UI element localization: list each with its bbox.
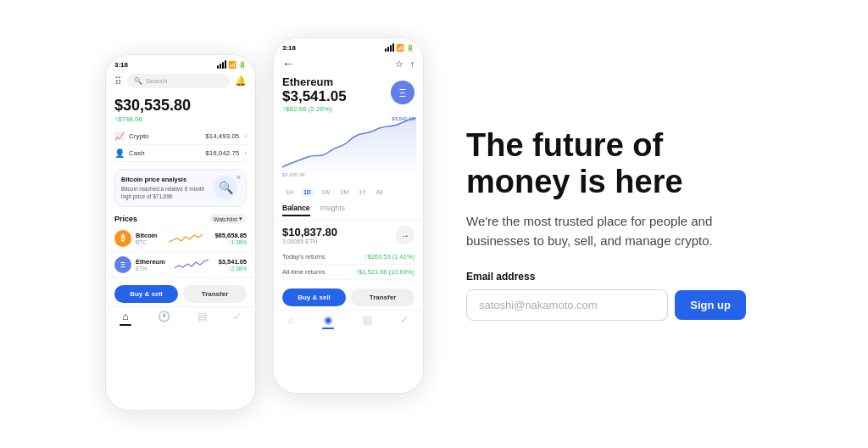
battery-icon: 🔋 (238, 61, 247, 69)
balance-tabs: Balance Insights (274, 200, 423, 221)
phone1-action-buttons: Buy & sell Transfer (106, 278, 255, 306)
chevron-icon-crypto: › (244, 132, 247, 140)
tab-all[interactable]: All (373, 188, 387, 197)
ethereum-row[interactable]: Ξ Ethereum ETH $3,541.05 ↑2.38% (106, 252, 255, 278)
cash-amount: $16,042.75 (205, 149, 239, 157)
tab-1h[interactable]: 1H (282, 188, 297, 197)
search-bar[interactable]: 🔍 Search (127, 74, 230, 88)
transfer-button-1[interactable]: Transfer (183, 285, 247, 303)
time-1: 3:18 (114, 61, 128, 69)
todays-returns-value: ↑$263.53 (1.41%) (364, 253, 415, 260)
crypto-amount: $14,493.05 (205, 132, 239, 140)
email-input[interactable] (466, 289, 668, 321)
bell-icon[interactable]: 🔔 (235, 76, 247, 87)
tab-1m[interactable]: 1M (337, 188, 352, 197)
ethereum-sparkline (175, 258, 209, 272)
bitcoin-row[interactable]: ₿ Bitcoin BTC $65,658.85 ↑1.38% (106, 226, 255, 252)
ethereum-name: Ethereum (136, 258, 165, 266)
email-label: Email address (466, 271, 746, 283)
ethereum-symbol: ETH (136, 266, 165, 272)
watchlist-label: Watchlist (214, 216, 237, 222)
returns-section: Today's returns ↑$263.53 (1.41%) All-tim… (274, 248, 423, 282)
asset-crypto[interactable]: 📈 Crypto $14,493.05 › (114, 128, 247, 145)
nav-home-1[interactable]: ⌂ (120, 311, 131, 326)
todays-returns-row: Today's returns ↑$263.53 (1.41%) (282, 249, 415, 265)
alltime-returns-row: All-time returns ↑$1,521.66 (10.63%) (282, 265, 415, 280)
home-icon: ⌂ (122, 311, 128, 322)
analysis-text: Bitcoin reached a relative 6 month high … (121, 185, 214, 200)
todays-returns-label: Today's returns (282, 253, 326, 260)
ethereum-price: $3,541.05 (219, 258, 247, 266)
alltime-returns-value: ↑$1,521.66 (10.63%) (355, 268, 415, 276)
portfolio-amount: $10,837.80 (282, 226, 337, 238)
prices-header: Prices Watchlist ▾ (106, 210, 255, 226)
tab-1w[interactable]: 1W (318, 188, 334, 197)
tab-balance[interactable]: Balance (282, 204, 310, 216)
phone2-action-buttons: Buy & sell Transfer (274, 282, 423, 310)
battery-icon-2: 🔋 (406, 44, 415, 52)
tab-1d[interactable]: 1D (300, 188, 314, 197)
nav-home-2[interactable]: ⌂ (288, 314, 294, 329)
wifi-icon-2: 📶 (396, 44, 404, 52)
home-icon-2: ⌂ (288, 314, 294, 326)
phone1-balance: $30,535.80 ↑$748.06 (106, 92, 255, 125)
balance-change: ↑$748.06 (114, 115, 247, 123)
wifi-icon: 📶 (228, 61, 236, 69)
bitcoin-sparkline (169, 232, 203, 245)
status-bar-1: 3:18 📶 🔋 (106, 55, 255, 70)
signup-button[interactable]: Sign up (675, 290, 746, 320)
status-bar-2: 3:18 📶 🔋 (274, 38, 423, 53)
magnifier-icon: 🔍 (214, 176, 237, 199)
grid-icon[interactable]: ⠿ (114, 76, 122, 87)
total-balance: $30,535.80 (114, 97, 247, 115)
coin-change: ↑$82.66 (2.26%) (282, 105, 415, 113)
ethereum-avatar: Ξ (114, 256, 131, 273)
time-tabs: 1H 1D 1W 1M 1Y All (274, 184, 423, 200)
chart-high-label: $3,541.05 (392, 116, 415, 121)
back-button[interactable]: ← (282, 57, 294, 70)
chart-icon-2: ◉ (324, 314, 332, 326)
nav-history-1[interactable]: 🕐 (158, 311, 170, 326)
phone-mockup-1: 3:18 📶 🔋 ⠿ 🔍 Search (105, 54, 256, 411)
bitcoin-change: ↑1.38% (214, 239, 247, 245)
phone2-header: ← ☆ ↑ (274, 53, 423, 76)
prices-label: Prices (114, 215, 137, 223)
crypto-icon: 📈 (114, 132, 125, 141)
alltime-returns-label: All-time returns (282, 268, 325, 276)
portfolio-icon-2: ▤ (363, 314, 372, 326)
ethereum-change: ↑2.38% (219, 266, 247, 272)
star-icon[interactable]: ☆ (395, 59, 403, 70)
tab-1y[interactable]: 1Y (355, 188, 370, 197)
cash-icon: 👤 (114, 148, 125, 158)
phone-mockup-2: 3:18 📶 🔋 ← ☆ ↑ (273, 37, 424, 394)
nav-chart-2[interactable]: ◉ (322, 314, 334, 329)
buy-sell-button-2[interactable]: Buy & sell (282, 288, 346, 306)
clock-icon: 🕐 (158, 311, 170, 322)
bitcoin-name: Bitcoin (136, 232, 157, 239)
bitcoin-price: $65,658.85 (214, 232, 247, 239)
phone2-bottom-nav: ⌂ ◉ ▤ ✓ (274, 310, 423, 334)
eth-chart: $3,541.05 $3,435.34 (274, 116, 423, 184)
nav-portfolio-2[interactable]: ▤ (363, 314, 372, 329)
watchlist-button[interactable]: Watchlist ▾ (209, 214, 247, 224)
buy-sell-button-1[interactable]: Buy & sell (114, 285, 178, 303)
nav-settings-1[interactable]: ✓ (233, 311, 242, 326)
portfolio-icon: ▤ (198, 311, 207, 322)
transfer-button-2[interactable]: Transfer (351, 288, 415, 306)
bitcoin-avatar: ₿ (114, 230, 131, 247)
phone1-header: ⠿ 🔍 Search 🔔 (106, 70, 255, 92)
bitcoin-symbol: BTC (136, 239, 157, 245)
nav-settings-2[interactable]: ✓ (400, 314, 409, 329)
share-icon[interactable]: ↑ (410, 59, 415, 70)
portfolio-arrow-button[interactable]: → (396, 226, 415, 244)
tab-insights[interactable]: Insights (320, 204, 345, 216)
chevron-down-icon: ▾ (239, 216, 242, 222)
close-icon[interactable]: ✕ (236, 174, 242, 182)
eth-price-chart (282, 116, 416, 177)
nav-portfolio-1[interactable]: ▤ (198, 311, 207, 326)
search-icon: 🔍 (134, 77, 142, 85)
email-row: Sign up (466, 289, 746, 321)
hero-section: The future of money is here We're the mo… (441, 110, 763, 339)
search-placeholder: Search (146, 77, 167, 85)
asset-cash[interactable]: 👤 Cash $16,042.75 › (114, 145, 247, 162)
